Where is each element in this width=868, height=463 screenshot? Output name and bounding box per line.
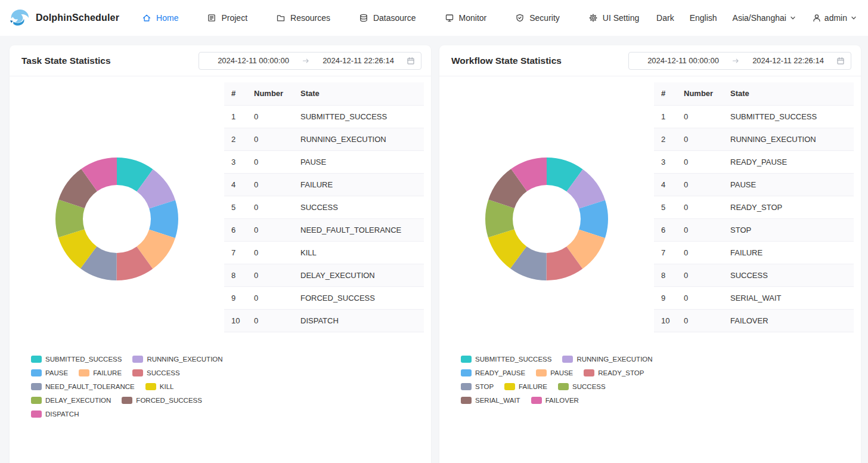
arrow-right-icon	[302, 57, 310, 65]
table-row: 20RUNNING_EXECUTION	[654, 128, 854, 150]
row-index-cell: 1	[654, 105, 677, 128]
brand[interactable]: DolphinScheduler	[8, 7, 119, 29]
legend-item-dispatch[interactable]: DISPATCH	[31, 410, 79, 418]
nav-item-resources[interactable]: Resources	[276, 13, 330, 23]
legend-item-forced_success[interactable]: FORCED_SUCCESS	[122, 397, 202, 404]
state-cell: READY_STOP	[723, 196, 854, 218]
state-cell: SUBMITTED_SUCCESS	[723, 105, 854, 128]
legend-item-need_fault_tolerance[interactable]: NEED_FAULT_TOLERANCE	[31, 383, 135, 390]
chevron-down-icon	[850, 14, 857, 21]
timezone-selector[interactable]: Asia/Shanghai	[733, 13, 796, 23]
legend-label: SUCCESS	[147, 369, 180, 376]
legend-label: READY_PAUSE	[475, 369, 525, 376]
state-cell: SERIAL_WAIT	[723, 286, 854, 309]
state-cell: SUBMITTED_SUCCESS	[293, 105, 424, 128]
table-column: # Number State 10SUBMITTED_SUCCESS20RUNN…	[224, 82, 424, 418]
row-index-cell: 10	[224, 309, 247, 332]
workflow-state-table: # Number State 10SUBMITTED_SUCCESS20RUNN…	[654, 82, 854, 332]
number-cell: 0	[677, 150, 723, 173]
row-index-cell: 8	[654, 264, 677, 286]
legend-swatch	[145, 383, 156, 390]
date-range-picker[interactable]: 2024-12-11 00:00:00 2024-12-11 22:26:14	[199, 52, 421, 70]
shield-check-icon	[515, 13, 525, 23]
legend-swatch	[536, 369, 547, 376]
row-index-cell: 4	[224, 173, 247, 196]
legend-item-ready_pause[interactable]: READY_PAUSE	[461, 369, 525, 376]
task-state-table: # Number State 10SUBMITTED_SUCCESS20RUNN…	[224, 82, 424, 332]
legend-item-running_execution[interactable]: RUNNING_EXECUTION	[132, 356, 222, 363]
legend-item-running_execution[interactable]: RUNNING_EXECUTION	[562, 356, 652, 363]
row-index-cell: 8	[224, 264, 247, 286]
date-end[interactable]: 2024-12-11 22:26:14	[740, 56, 836, 65]
date-end[interactable]: 2024-12-11 22:26:14	[310, 56, 407, 65]
brand-name: DolphinScheduler	[36, 13, 119, 23]
state-cell: SUCCESS	[293, 196, 424, 218]
legend-item-submitted_success[interactable]: SUBMITTED_SUCCESS	[31, 356, 122, 363]
workflow-state-donut-chart	[485, 158, 608, 280]
chart-legend: SUBMITTED_SUCCESSRUNNING_EXECUTIONPAUSEF…	[31, 356, 230, 418]
legend-label: DELAY_EXECUTION	[45, 397, 111, 404]
table-column: # Number State 10SUBMITTED_SUCCESS20RUNN…	[654, 82, 854, 404]
user-menu[interactable]: admin	[812, 13, 857, 23]
nav-item-monitor[interactable]: Monitor	[445, 13, 487, 23]
nav-item-security[interactable]: Security	[515, 13, 560, 23]
number-cell: 0	[247, 286, 293, 309]
nav-item-datasource[interactable]: Datasource	[359, 13, 416, 23]
state-cell: PAUSE	[723, 173, 854, 196]
theme-toggle-button[interactable]: Dark	[656, 13, 674, 23]
legend-item-failure[interactable]: FAILURE	[504, 383, 547, 390]
project-icon	[207, 13, 216, 23]
legend-item-delay_execution[interactable]: DELAY_EXECUTION	[31, 397, 111, 404]
col-header-number: Number	[677, 82, 723, 105]
date-start[interactable]: 2024-12-11 00:00:00	[205, 56, 302, 65]
state-cell: STOP	[723, 218, 854, 241]
number-cell: 0	[247, 173, 293, 196]
row-index-cell: 7	[654, 241, 677, 264]
legend-item-submitted_success[interactable]: SUBMITTED_SUCCESS	[461, 356, 551, 363]
legend-item-failover[interactable]: FAILOVER	[531, 397, 579, 404]
state-cell: FORCED_SUCCESS	[293, 286, 424, 309]
table-row: 10SUBMITTED_SUCCESS	[654, 105, 854, 128]
legend-label: RUNNING_EXECUTION	[147, 356, 222, 363]
card-task-state-statistics: Task State Statistics 2024-12-11 00:00:0…	[10, 45, 431, 463]
row-index-cell: 10	[654, 309, 677, 332]
legend-item-stop[interactable]: STOP	[461, 383, 494, 390]
legend-item-serial_wait[interactable]: SERIAL_WAIT	[461, 397, 520, 404]
legend-item-kill[interactable]: KILL	[145, 383, 174, 390]
number-cell: 0	[247, 264, 293, 286]
nav-item-label: Datasource	[373, 13, 416, 23]
state-cell: DELAY_EXECUTION	[293, 264, 424, 286]
calendar-icon	[836, 57, 845, 65]
row-index-cell: 3	[654, 150, 677, 173]
top-navbar: DolphinScheduler Home Project Resources …	[0, 0, 868, 36]
number-cell: 0	[677, 286, 723, 309]
state-cell: SUCCESS	[723, 264, 854, 286]
legend-item-ready_stop[interactable]: READY_STOP	[584, 369, 644, 376]
legend-item-pause[interactable]: PAUSE	[536, 369, 573, 376]
state-cell: RUNNING_EXECUTION	[293, 128, 424, 150]
date-range-picker[interactable]: 2024-12-11 00:00:00 2024-12-11 22:26:14	[628, 52, 851, 70]
legend-item-pause[interactable]: PAUSE	[31, 369, 68, 376]
nav-item-ui-setting[interactable]: UI Setting	[588, 13, 639, 23]
language-selector[interactable]: English	[690, 13, 717, 23]
folder-icon	[276, 13, 286, 23]
state-cell: FAILURE	[723, 241, 854, 264]
nav-item-label: Project	[221, 13, 247, 23]
legend-item-success[interactable]: SUCCESS	[558, 383, 606, 390]
legend-item-failure[interactable]: FAILURE	[79, 369, 122, 376]
number-cell: 0	[247, 128, 293, 150]
table-row: 60STOP	[654, 218, 854, 241]
table-row: 50SUCCESS	[224, 196, 424, 218]
number-cell: 0	[247, 309, 293, 332]
nav-item-project[interactable]: Project	[207, 13, 247, 23]
date-start[interactable]: 2024-12-11 00:00:00	[635, 56, 731, 65]
nav-item-label: UI Setting	[603, 13, 639, 23]
legend-swatch	[31, 410, 42, 418]
state-cell: FAILURE	[293, 173, 424, 196]
legend-item-success[interactable]: SUCCESS	[132, 369, 180, 376]
nav-item-home[interactable]: Home	[142, 13, 178, 23]
table-row: 10SUBMITTED_SUCCESS	[224, 105, 424, 128]
table-row: 100DISPATCH	[224, 309, 424, 332]
nav-item-label: Monitor	[459, 13, 487, 23]
row-index-cell: 2	[654, 128, 677, 150]
